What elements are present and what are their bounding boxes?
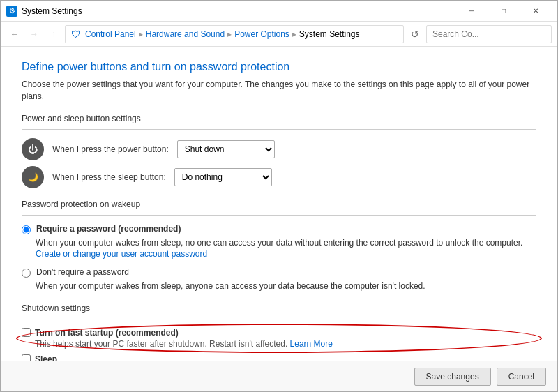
- cancel-button[interactable]: Cancel: [497, 368, 546, 386]
- no-password-radio[interactable]: [22, 269, 31, 278]
- button-settings-section-title: Power and sleep button settings: [22, 114, 536, 123]
- sleep-button-row: 🌙 When I press the sleep button: Do noth…: [22, 166, 536, 188]
- footer: Save changes Cancel: [1, 361, 557, 391]
- power-button-select[interactable]: Shut down Sleep Hibernate Turn off the d…: [177, 140, 275, 158]
- window-controls: ─ □ ✕: [455, 1, 552, 22]
- content-area: Define power buttons and turn on passwor…: [1, 47, 557, 361]
- learn-more-link[interactable]: Learn More: [290, 339, 333, 349]
- page-description: Choose the power settings that you want …: [22, 79, 536, 103]
- maximize-button[interactable]: □: [488, 1, 520, 22]
- divider-2: [22, 215, 536, 216]
- breadcrumb-current: System Settings: [299, 29, 360, 39]
- search-input[interactable]: [426, 25, 552, 43]
- fast-startup-block: Turn on fast startup (recommended) This …: [22, 328, 536, 349]
- sleep-row: Sleep: [22, 354, 536, 361]
- sleep-button-select[interactable]: Do nothing Sleep Hibernate Shut down Tur…: [174, 168, 272, 186]
- power-button-row: ⏻ When I press the power button: Shut do…: [22, 138, 536, 160]
- breadcrumb-power-options[interactable]: Power Options: [234, 29, 289, 39]
- sleep-button-label: When I press the sleep button:: [52, 172, 166, 182]
- fast-startup-row: Turn on fast startup (recommended): [22, 328, 536, 338]
- require-password-desc-text: When your computer wakes from sleep, no …: [36, 238, 522, 248]
- sleep-label: Sleep: [35, 354, 57, 361]
- back-button[interactable]: ←: [6, 26, 23, 43]
- shutdown-section: Shutdown settings Turn on fast startup (…: [22, 303, 536, 361]
- fast-startup-desc: This helps start your PC faster after sh…: [35, 339, 536, 349]
- no-password-label: Don't require a password: [36, 267, 129, 277]
- power-icon: ⏻: [22, 138, 44, 160]
- no-password-row: Don't require a password: [22, 267, 536, 278]
- up-button[interactable]: ↑: [45, 26, 62, 43]
- power-button-label: When I press the power button:: [52, 144, 169, 154]
- fast-startup-desc-text: This helps start your PC faster after sh…: [35, 339, 290, 349]
- address-bar: ← → ↑ 🛡 Control Panel ▸ Hardware and Sou…: [1, 22, 557, 47]
- password-section-title: Password protection on wakeup: [22, 199, 536, 209]
- fast-startup-label: Turn on fast startup (recommended): [35, 328, 179, 338]
- breadcrumb-control-panel[interactable]: Control Panel: [85, 29, 136, 39]
- button-settings: ⏻ When I press the power button: Shut do…: [22, 138, 536, 188]
- forward-button[interactable]: →: [26, 26, 43, 43]
- app-icon: ⚙: [6, 6, 17, 17]
- shutdown-section-title: Shutdown settings: [22, 303, 536, 313]
- divider-1: [22, 129, 536, 130]
- sleep-checkbox[interactable]: [22, 354, 31, 361]
- page-title: Define power buttons and turn on passwor…: [22, 61, 536, 73]
- divider-3: [22, 319, 536, 319]
- sleep-icon: 🌙: [22, 166, 44, 188]
- password-section: Password protection on wakeup Require a …: [22, 199, 536, 292]
- require-password-desc: When your computer wakes from sleep, no …: [36, 237, 536, 261]
- main-window: ⚙ System Settings ─ □ ✕ ← → ↑ 🛡 Control …: [0, 0, 558, 392]
- no-password-desc: When your computer wakes from sleep, any…: [36, 280, 536, 292]
- save-changes-button[interactable]: Save changes: [414, 368, 491, 386]
- minimize-button[interactable]: ─: [455, 1, 488, 22]
- window-title: System Settings: [22, 6, 455, 16]
- title-bar: ⚙ System Settings ─ □ ✕: [1, 1, 557, 22]
- breadcrumb-hardware-sound[interactable]: Hardware and Sound: [146, 29, 225, 39]
- control-panel-icon: 🛡: [71, 29, 81, 40]
- create-password-link[interactable]: Create or change your user account passw…: [36, 249, 207, 259]
- require-password-label: Require a password (recommended): [36, 224, 181, 234]
- fast-startup-checkbox[interactable]: [22, 328, 31, 337]
- breadcrumb: 🛡 Control Panel ▸ Hardware and Sound ▸ P…: [65, 25, 404, 43]
- close-button[interactable]: ✕: [520, 1, 552, 22]
- refresh-button[interactable]: ↺: [407, 26, 423, 43]
- require-password-radio[interactable]: [22, 225, 31, 234]
- require-password-row: Require a password (recommended): [22, 224, 536, 234]
